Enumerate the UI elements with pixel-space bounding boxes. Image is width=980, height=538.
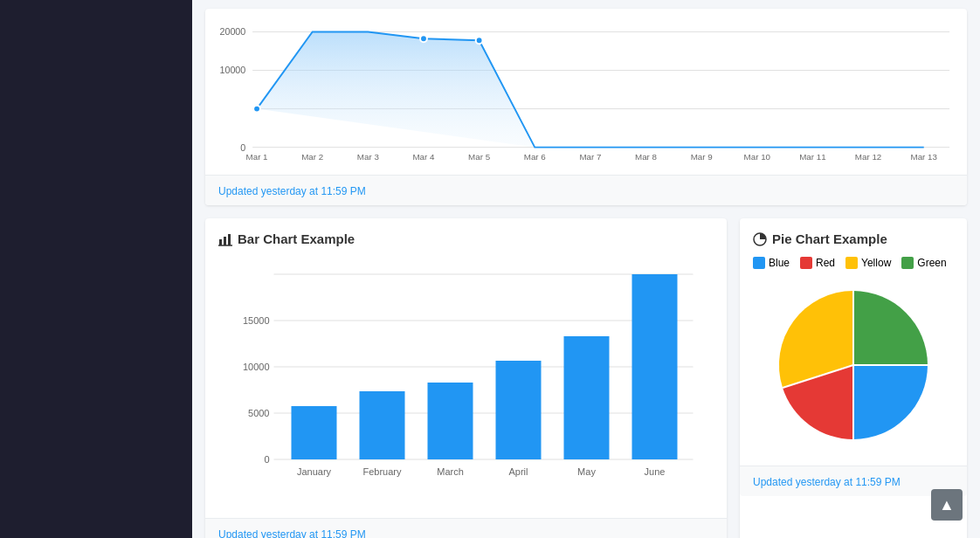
svg-text:Mar 6: Mar 6 [524, 152, 547, 162]
legend-green: Green [901, 257, 946, 269]
svg-text:10000: 10000 [219, 65, 245, 75]
svg-rect-36 [292, 406, 337, 459]
svg-rect-24 [224, 237, 226, 245]
scroll-top-button[interactable]: ▲ [931, 489, 963, 521]
svg-text:June: June [645, 466, 666, 477]
legend-blue-label: Blue [769, 257, 790, 269]
main-content: 20000 10000 0 [192, 0, 980, 538]
line-chart-container: 20000 10000 0 [218, 22, 954, 162]
svg-text:April: April [508, 466, 528, 477]
pie-legend: Blue Red Yellow Green [753, 257, 954, 269]
svg-text:Mar 8: Mar 8 [635, 152, 658, 162]
legend-blue-swatch [753, 257, 765, 269]
svg-text:Mar 5: Mar 5 [468, 152, 491, 162]
svg-text:Mar 4: Mar 4 [412, 152, 435, 162]
svg-text:0: 0 [240, 142, 245, 153]
svg-text:May: May [577, 466, 596, 477]
svg-rect-25 [228, 234, 231, 245]
legend-red-label: Red [816, 257, 835, 269]
pie-chart-update: Updated yesterday at 11:59 PM [753, 476, 901, 488]
svg-text:10000: 10000 [243, 362, 270, 372]
svg-text:March: March [437, 466, 464, 477]
svg-rect-40 [564, 336, 610, 459]
svg-text:Mar 11: Mar 11 [799, 152, 825, 162]
sidebar [0, 0, 192, 538]
svg-point-8 [420, 35, 427, 42]
pie-chart-body: Pie Chart Example Blue Red Yellow [740, 218, 967, 466]
svg-text:0: 0 [264, 454, 269, 465]
legend-green-swatch [901, 257, 914, 269]
svg-text:Mar 2: Mar 2 [301, 152, 323, 162]
svg-point-7 [253, 106, 260, 113]
svg-rect-38 [428, 383, 473, 459]
svg-rect-41 [632, 274, 678, 459]
bar-chart-title: Bar Chart Example [218, 231, 714, 246]
svg-text:Mar 9: Mar 9 [691, 152, 713, 162]
svg-text:Mar 12: Mar 12 [855, 152, 881, 162]
svg-text:Mar 10: Mar 10 [744, 152, 771, 162]
svg-text:15000: 15000 [243, 315, 270, 326]
bar-chart-footer: Updated yesterday at 11:59 PM [205, 518, 727, 538]
pie-chart-icon [753, 232, 767, 246]
svg-text:20000: 20000 [219, 26, 245, 37]
legend-yellow-label: Yellow [861, 257, 891, 269]
pie-chart-title: Pie Chart Example [753, 231, 954, 246]
legend-yellow: Yellow [845, 257, 891, 269]
line-chart-card: 20000 10000 0 [205, 9, 967, 205]
svg-rect-23 [219, 239, 222, 245]
legend-red-swatch [800, 257, 812, 269]
scroll-top-icon: ▲ [939, 496, 955, 514]
svg-rect-37 [360, 391, 405, 459]
bar-chart-icon [218, 232, 232, 246]
legend-yellow-swatch [845, 257, 858, 269]
svg-text:Mar 1: Mar 1 [246, 152, 268, 162]
line-chart-update: Updated yesterday at 11:59 PM [218, 185, 366, 197]
bar-chart-body: Bar Chart Example 0 5000 10000 15000 [205, 218, 727, 518]
line-chart-body: 20000 10000 0 [205, 9, 967, 175]
line-chart-svg: 20000 10000 0 [218, 22, 954, 162]
legend-red: Red [800, 257, 835, 269]
bottom-row: Bar Chart Example 0 5000 10000 15000 [205, 218, 967, 538]
svg-rect-39 [496, 361, 542, 459]
svg-text:Mar 13: Mar 13 [911, 152, 938, 162]
pie-chart-svg [766, 278, 941, 452]
svg-point-9 [476, 37, 483, 44]
bar-chart-update: Updated yesterday at 11:59 PM [218, 528, 366, 538]
svg-text:February: February [362, 466, 402, 477]
bar-chart-card: Bar Chart Example 0 5000 10000 15000 [205, 218, 727, 538]
svg-text:Mar 7: Mar 7 [579, 152, 601, 162]
svg-text:5000: 5000 [248, 408, 269, 418]
bar-chart-svg: 0 5000 10000 15000 [218, 257, 714, 501]
svg-text:January: January [297, 466, 332, 477]
legend-blue: Blue [753, 257, 790, 269]
line-chart-footer: Updated yesterday at 11:59 PM [205, 175, 967, 205]
legend-green-label: Green [917, 257, 946, 269]
svg-text:Mar 3: Mar 3 [357, 152, 380, 162]
